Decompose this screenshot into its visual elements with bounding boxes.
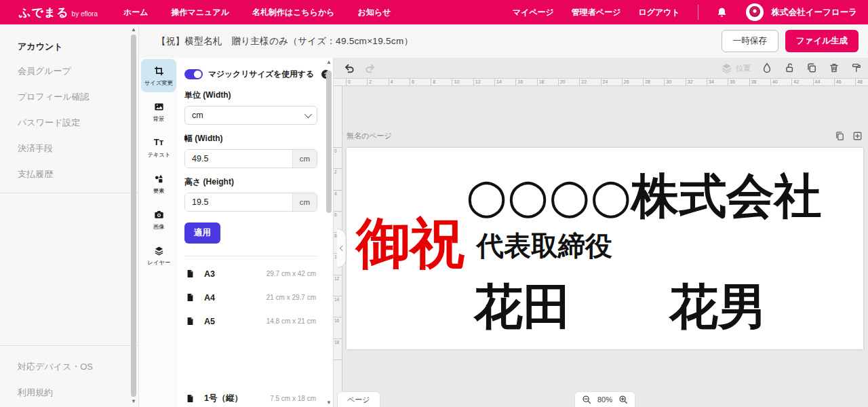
document-icon <box>186 269 195 279</box>
ruler-tick: 48 <box>856 79 868 85</box>
sidebar-item[interactable]: 支払履歴 <box>0 163 138 186</box>
trash-icon[interactable] <box>828 62 840 74</box>
unit-select[interactable]: cm <box>184 106 317 125</box>
sidebar-item[interactable]: パスワード設定 <box>0 111 138 134</box>
canvas-area: 位置 0246810121416182022242628303234363840… <box>334 58 868 407</box>
tab-画像[interactable]: 画像 <box>141 203 176 236</box>
ruler-tick: 12 <box>334 275 342 296</box>
unlock-icon[interactable] <box>783 62 795 74</box>
scroll-up-icon[interactable]: ▲ <box>131 27 136 33</box>
preset-size-item[interactable]: A421 cm x 29.7 cm <box>184 286 317 309</box>
panel-scrollbar[interactable]: ▲ ▼ <box>326 59 332 406</box>
ruler-tick: 36 <box>728 79 749 85</box>
preset-size: 29.7 cm x 42 cm <box>267 270 316 277</box>
ruler-tick: 14 <box>495 79 516 85</box>
ruler-tick: 4 <box>389 79 410 85</box>
nav-link[interactable]: ログアウト <box>638 7 679 18</box>
chevron-left-icon <box>339 246 344 251</box>
scroll-down-icon[interactable]: ▼ <box>131 399 136 404</box>
layers-icon <box>153 245 164 256</box>
undo-redo-group <box>343 62 376 74</box>
sidebar-footer-divider <box>0 345 138 346</box>
preset-name: 1号（縦） <box>204 393 243 404</box>
tab-要素[interactable]: 要素 <box>141 167 176 200</box>
preset-size-item[interactable]: 1号（縦）7.5 cm x 18 cm <box>184 386 317 407</box>
height-label: 高さ (Height) <box>184 176 321 188</box>
account-avatar[interactable] <box>746 3 764 21</box>
magic-resize-toggle[interactable] <box>184 69 203 79</box>
zoom-level[interactable]: 80% <box>597 395 612 404</box>
transparency-droplet-icon[interactable] <box>761 62 773 74</box>
undo-icon[interactable] <box>343 62 355 74</box>
account-name[interactable]: 株式会社イーフローラ <box>772 7 857 18</box>
page-tab-button[interactable]: ページ <box>337 391 380 407</box>
temp-save-button[interactable]: 一時保存 <box>722 30 778 52</box>
scroll-down-icon[interactable]: ▼ <box>326 400 332 406</box>
ruler-tick: 20 <box>559 79 580 85</box>
page-name-label[interactable]: 無名のページ <box>347 131 392 141</box>
scroll-up-icon[interactable]: ▲ <box>326 59 332 65</box>
celebration-text[interactable]: 御祝 <box>356 216 465 270</box>
ruler-tick: 14 <box>334 296 342 317</box>
nav-link[interactable]: マイページ <box>513 7 554 18</box>
notification-bell-icon[interactable] <box>716 6 728 18</box>
ruler-tick: 8 <box>431 79 452 85</box>
nav-link[interactable]: 操作マニュアル <box>172 7 229 18</box>
role-text[interactable]: 代表取締役 <box>477 232 612 259</box>
elements-icon <box>153 173 164 184</box>
apply-button[interactable]: 適用 <box>184 222 220 244</box>
tab-レイヤー[interactable]: レイヤー <box>141 239 176 272</box>
panel-collapse-handle[interactable] <box>337 229 347 268</box>
width-unit-suffix: cm <box>292 150 317 168</box>
zoom-bar: 80% <box>574 391 635 407</box>
nav-link[interactable]: ホーム <box>123 7 149 18</box>
preset-size: 14.8 cm x 21 cm <box>267 317 316 325</box>
ruler-tick: 10 <box>452 79 473 85</box>
ruler-tick: 30 <box>665 79 686 85</box>
duplicate-icon[interactable] <box>806 62 818 74</box>
tab-背景[interactable]: 背景 <box>141 95 176 128</box>
sidebar-item[interactable]: 決済手段 <box>0 137 138 160</box>
paint-roller-icon[interactable] <box>850 62 863 74</box>
scrollbar-thumb[interactable] <box>326 71 332 213</box>
preset-size: 7.5 cm x 18 cm <box>270 395 316 402</box>
tab-label: テキスト <box>147 151 170 159</box>
company-text[interactable]: ○○○○株式会社 <box>466 172 821 220</box>
redo-icon[interactable] <box>363 62 376 74</box>
ruler-tick: 34 <box>707 79 728 85</box>
height-input-group: cm <box>184 193 317 212</box>
tab-サイズ変更[interactable]: サイズ変更 <box>141 59 176 92</box>
recipient-name-text[interactable]: 花田 花男 <box>474 282 767 331</box>
tab-テキスト[interactable]: Tтテキスト <box>141 131 176 164</box>
sidebar-footer-item[interactable]: 利用規約 <box>0 381 138 404</box>
ruler-tick: 24 <box>601 79 623 85</box>
ruler-tick: 12 <box>474 79 495 85</box>
sidebar-scrollbar[interactable]: ▲ ▼ <box>130 27 137 404</box>
generate-file-button[interactable]: ファイル生成 <box>785 30 859 52</box>
height-input[interactable] <box>185 193 292 211</box>
zoom-out-icon[interactable] <box>582 395 591 404</box>
tab-label: 背景 <box>153 115 165 123</box>
add-page-icon[interactable] <box>851 130 863 142</box>
preset-size-item[interactable]: A329.7 cm x 42 cm <box>184 262 317 286</box>
sidebar-footer-item[interactable]: 対応デバイス・OS <box>0 355 138 379</box>
preset-name: A3 <box>204 269 215 279</box>
design-page[interactable]: ○○○○株式会社 御祝 代表取締役 花田 花男 <box>347 148 863 349</box>
preset-size-item[interactable]: A514.8 cm x 21 cm <box>184 309 317 333</box>
width-input[interactable] <box>185 150 292 168</box>
nav-link[interactable]: お知らせ <box>358 7 391 18</box>
unit-label: 単位 (Width) <box>184 90 321 101</box>
nav-link[interactable]: 管理者ページ <box>572 7 621 18</box>
sidebar-item[interactable]: 会員グループ <box>0 60 138 83</box>
sidebar-item[interactable]: プロフィール確認 <box>0 85 138 109</box>
zoom-in-icon[interactable] <box>618 395 628 404</box>
sidebar-footer-items: 対応デバイス・OS利用規約 <box>0 355 138 404</box>
magic-resize-label: マジックリサイズを使用する <box>208 69 314 80</box>
ruler-tick: 2 <box>368 79 389 85</box>
copy-page-icon[interactable] <box>833 130 846 142</box>
tab-label: サイズ変更 <box>144 79 173 88</box>
nav-link[interactable]: 名札制作はこちらから <box>252 7 335 18</box>
scrollbar-thumb[interactable] <box>131 35 136 397</box>
size-settings-panel: マジックリサイズを使用する ? 単位 (Width) cm 幅 (Width) … <box>178 58 334 407</box>
app-logo[interactable]: ふでまる by eflora <box>19 5 98 20</box>
